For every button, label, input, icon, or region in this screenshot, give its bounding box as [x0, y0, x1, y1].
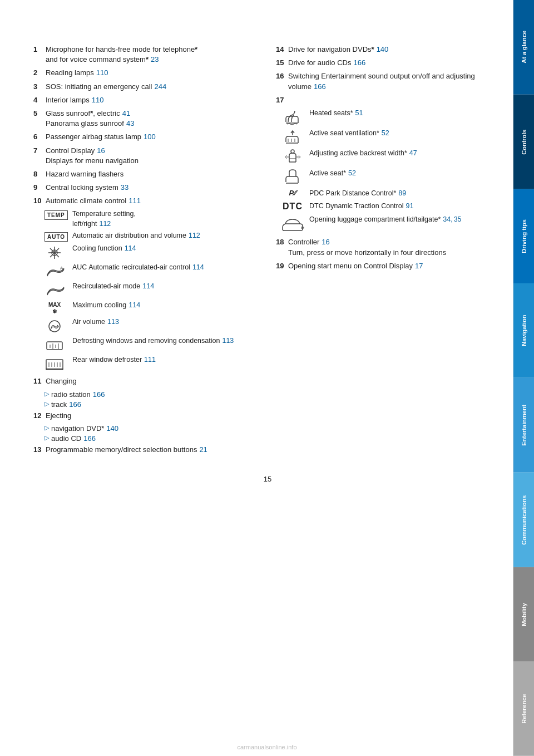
- item-17: 17: [276, 95, 502, 105]
- active-seat-icon: [281, 169, 304, 185]
- right-backrest: Adjusting active backrest width*47: [276, 149, 502, 165]
- item-15: 15 Drive for audio CDs166: [276, 58, 502, 68]
- page-number: 15: [33, 475, 502, 483]
- sidebar: At a glance Controls Driving tips Naviga…: [513, 0, 534, 756]
- item-text-14: Drive for navigation DVDs*140: [288, 45, 502, 55]
- item-3: 3 SOS: initiating an emergency call244: [33, 82, 259, 92]
- item-text-5: Glass sunroof*, electric41 Panorama glas…: [46, 109, 259, 129]
- watermark: carmanualsonline.info: [237, 744, 296, 750]
- climate-defrost: Defrosting windows and removing condensa…: [44, 336, 259, 353]
- seat-vent-icon-col: [276, 129, 309, 145]
- item-num-4: 4: [33, 95, 46, 105]
- climate-temp: TEMP Temperature setting,left/right112: [44, 209, 259, 229]
- pdc-text: PDC Park Distance Control*89: [309, 189, 502, 199]
- item-11-track: ▷ track166: [44, 400, 259, 409]
- cooling-icon-col: *: [44, 244, 72, 261]
- cooling-text: Cooling function114: [72, 244, 259, 254]
- item-12-audiocd: ▷ audio CD166: [44, 434, 259, 443]
- item-13: 13 Programmable memory/direct selection …: [33, 445, 259, 455]
- right-luggage: Opening luggage compartment lid/tailgate…: [276, 215, 502, 232]
- max-icon: MAX❄: [44, 302, 65, 315]
- temp-text: Temperature setting,left/right112: [72, 209, 259, 229]
- item-text-17: [288, 95, 502, 105]
- item-text-12: Ejecting: [46, 411, 259, 421]
- item-19: 19 Opening start menu on Control Display…: [276, 261, 502, 271]
- item-19-block: 19 Opening start menu on Control Display…: [276, 261, 502, 271]
- item-12: 12 Ejecting: [33, 411, 259, 421]
- svg-rect-8: [47, 342, 62, 350]
- airvolume-text: Air volume113: [72, 317, 259, 327]
- item-text-18: Controller16 Turn, press or move horizon…: [288, 237, 502, 257]
- rear-text: Rear window defroster111: [72, 355, 259, 365]
- sidebar-tab-driving-tips[interactable]: Driving tips: [513, 189, 534, 284]
- sidebar-tab-mobility[interactable]: Mobility: [513, 567, 534, 662]
- item-16: 16 Switching Entertainment sound output …: [276, 71, 502, 91]
- item-num-6: 6: [33, 132, 46, 142]
- heated-seats-icon: [281, 109, 304, 125]
- item-text-3: SOS: initiating an emergency call244: [46, 82, 259, 92]
- cooling-icon: *: [44, 245, 65, 261]
- climate-airvolume: Air volume113: [44, 317, 259, 334]
- item-num-18: 18: [276, 237, 288, 257]
- rear-icon-col: [44, 355, 72, 372]
- item-text-10: Automatic climate control111: [46, 196, 259, 206]
- sidebar-tab-entertainment[interactable]: Entertainment: [513, 378, 534, 473]
- auc-text: AUC Automatic recirculated-air control11…: [72, 263, 259, 273]
- item-9: 9 Central locking system33: [33, 183, 259, 193]
- item-text-7: Control Display16 Displays for menu navi…: [46, 146, 259, 166]
- item-text-13: Programmable memory/direct selection but…: [46, 445, 259, 455]
- dtc-icon: DTC: [283, 202, 303, 212]
- svg-rect-19: [46, 369, 63, 370]
- item-text-15: Drive for audio CDs166: [288, 58, 502, 68]
- arrow-icon-11a: ▷: [44, 390, 49, 399]
- item-num-2: 2: [33, 68, 46, 78]
- sidebar-tab-at-a-glance[interactable]: At a glance: [513, 0, 534, 95]
- main-content: 1 Microphone for hands-free mode for tel…: [0, 0, 513, 756]
- auto-icon-col: AUTO: [44, 231, 72, 242]
- sidebar-tab-navigation[interactable]: Navigation: [513, 283, 534, 378]
- item-text-6: Passenger airbag status lamp100: [46, 132, 259, 142]
- item-6: 6 Passenger airbag status lamp100: [33, 132, 259, 142]
- luggage-text: Opening luggage compartment lid/tailgate…: [309, 215, 502, 225]
- right-heated-seats: Heated seats*51: [276, 109, 502, 125]
- right-active-seat: Active seat*52: [276, 169, 502, 185]
- item-text-8: Hazard warning flashers: [46, 169, 259, 179]
- temp-icon-col: TEMP: [44, 209, 72, 220]
- svg-text:*: *: [52, 251, 53, 255]
- defrost-text: Defrosting windows and removing condensa…: [72, 336, 259, 346]
- item-12-navdvd: ▷ navigation DVD*140: [44, 424, 259, 433]
- item-num-7: 7: [33, 146, 46, 166]
- col-right: 14 Drive for navigation DVDs*140 15 Driv…: [276, 45, 502, 458]
- auc-icon-col: A: [44, 263, 72, 279]
- sidebar-tab-communications[interactable]: Communications: [513, 473, 534, 567]
- sidebar-tab-controls[interactable]: Controls: [513, 95, 534, 189]
- temp-icon: TEMP: [44, 210, 68, 220]
- climate-auto: AUTO Automatic air distribution and volu…: [44, 231, 259, 242]
- max-icon-col: MAX❄: [44, 301, 72, 315]
- dtc-text: DTC Dynamic Traction Control91: [309, 202, 502, 212]
- seat-vent-text: Active seat ventilation*52: [309, 129, 502, 139]
- climate-rear: Rear window defroster111: [44, 355, 259, 372]
- sidebar-tab-reference[interactable]: Reference: [513, 661, 534, 756]
- recirc-text: Recirculated-air mode114: [72, 282, 259, 292]
- item-11-radio: ▷ radio station166: [44, 390, 259, 399]
- item-num-13: 13: [33, 445, 46, 455]
- right-pdc: P∕∕ PDC Park Distance Control*89: [276, 189, 502, 199]
- rear-icon: [44, 356, 65, 372]
- item-text-16: Switching Entertainment sound output on/…: [288, 71, 502, 91]
- col-left: 1 Microphone for hands-free mode for tel…: [33, 45, 259, 458]
- item-num-10: 10: [33, 196, 46, 206]
- defrost-icon-col: [44, 336, 72, 353]
- luggage-icon: [280, 215, 305, 232]
- backrest-icon-col: [276, 149, 309, 165]
- svg-point-21: [291, 150, 294, 153]
- recirc-icon-col: [44, 282, 72, 298]
- item-num-19: 19: [276, 261, 288, 271]
- recirc-icon: [44, 283, 67, 298]
- item-11-radio-text: radio station166: [51, 390, 105, 399]
- item-7: 7 Control Display16 Displays for menu na…: [33, 146, 259, 166]
- climate-max: MAX❄ Maximum cooling114: [44, 301, 259, 315]
- item-text-4: Interior lamps110: [46, 95, 259, 105]
- item-11-block: 11 Changing ▷ radio station166 ▷ track16…: [33, 376, 259, 408]
- right-seat-ventilation: Active seat ventilation*52: [276, 129, 502, 145]
